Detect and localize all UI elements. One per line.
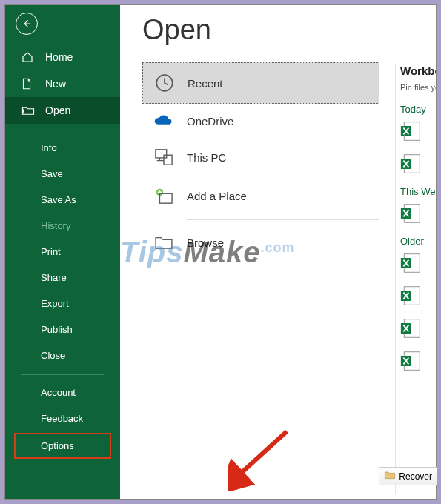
excel-file-icon[interactable] (400, 253, 422, 275)
page-title: Open (142, 14, 436, 46)
sidebar-item-export[interactable]: Export (5, 291, 120, 316)
sidebar-item-close[interactable]: Close (5, 342, 120, 368)
excel-file-icon[interactable] (400, 351, 422, 373)
sidebar-item-info[interactable]: Info (5, 135, 120, 161)
sidebar-item-save[interactable]: Save (5, 161, 120, 187)
folder-icon (384, 471, 396, 482)
annotation-arrow (228, 424, 294, 491)
sidebar-label: Open (45, 105, 70, 116)
backstage-sidebar: Home New Open Info Save Save As History … (5, 5, 120, 499)
folder-open-icon (21, 105, 35, 116)
location-label: Add a Place (187, 190, 247, 202)
excel-file-icon[interactable] (400, 318, 422, 340)
excel-file-icon[interactable] (400, 203, 422, 225)
svg-line-19 (236, 431, 287, 477)
sidebar-item-saveas[interactable]: Save As (5, 187, 120, 213)
location-list: Recent OneDrive This PC Add a Place Brow… (142, 62, 379, 260)
section-thisweek: This Week (400, 186, 436, 197)
onedrive-icon (153, 114, 175, 127)
sidebar-item-history[interactable]: History (5, 213, 120, 239)
location-label: OneDrive (187, 115, 233, 127)
sidebar-item-options[interactable]: Options (16, 434, 110, 457)
home-icon (21, 51, 35, 63)
divider (187, 219, 379, 220)
location-thispc[interactable]: This PC (142, 138, 379, 176)
sidebar-item-share[interactable]: Share (5, 265, 120, 291)
divider (21, 374, 104, 375)
sidebar-label: New (45, 78, 66, 90)
location-addplace[interactable]: Add a Place (142, 176, 379, 215)
open-pane: Open Recent OneDrive This PC Add a Place (120, 5, 436, 499)
sidebar-label: Home (45, 51, 73, 63)
location-label: This PC (187, 151, 226, 164)
excel-file-icon[interactable] (400, 153, 422, 176)
sidebar-item-feedback[interactable]: Feedback (5, 405, 120, 431)
arrow-left-icon (21, 19, 32, 29)
addplace-icon (153, 187, 175, 205)
sidebar-item-open[interactable]: Open (5, 97, 120, 124)
sidebar-item-publish[interactable]: Publish (5, 316, 120, 342)
backstage-window: Home New Open Info Save Save As History … (4, 4, 437, 500)
svg-rect-1 (156, 150, 167, 158)
clock-icon (153, 73, 176, 93)
watermark: TipsMake.com (120, 235, 295, 270)
svg-rect-2 (164, 155, 172, 165)
sidebar-item-print[interactable]: Print (5, 239, 120, 265)
panel-heading: Workbooks (400, 64, 436, 77)
divider (21, 130, 104, 130)
sidebar-item-new[interactable]: New (5, 70, 120, 97)
sidebar-item-home[interactable]: Home (5, 44, 120, 70)
document-icon (21, 78, 35, 90)
sidebar-item-account[interactable]: Account (5, 379, 120, 405)
recover-button[interactable]: Recover (379, 467, 437, 485)
panel-hint: Pin files you… (400, 83, 436, 92)
section-today: Today (400, 104, 436, 115)
location-recent[interactable]: Recent (142, 62, 379, 104)
recent-panel: Workbooks Pin files you… Today This Week… (395, 64, 436, 494)
excel-file-icon[interactable] (400, 121, 422, 143)
back-button[interactable] (16, 13, 38, 35)
options-highlight: Options (14, 433, 111, 459)
location-label: Recent (188, 77, 223, 90)
excel-file-icon[interactable] (400, 285, 422, 308)
thispc-icon (153, 148, 175, 166)
section-older: Older (400, 236, 436, 247)
location-onedrive[interactable]: OneDrive (142, 104, 379, 138)
